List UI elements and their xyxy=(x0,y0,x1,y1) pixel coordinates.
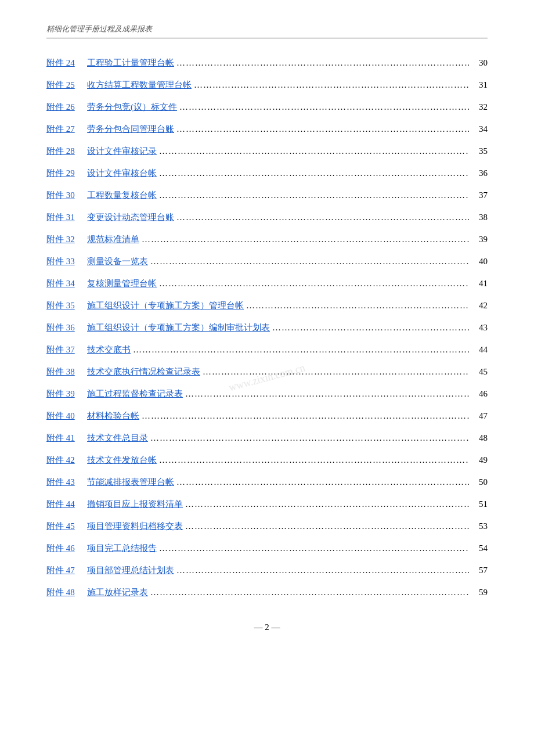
toc-label[interactable]: 附件 28 xyxy=(46,144,81,158)
toc-title[interactable]: 技术交底执行情况检查记录表 xyxy=(87,365,200,379)
page-number: — 2 — xyxy=(254,622,280,632)
toc-dots: …………………………………………………………………………………………………… xyxy=(150,585,469,599)
toc-title[interactable]: 项目部管理总结计划表 xyxy=(87,563,174,577)
toc-label[interactable]: 附件 46 xyxy=(46,541,81,555)
toc-title[interactable]: 项目完工总结报告 xyxy=(87,541,157,555)
toc-title[interactable]: 劳务分包竞(议）标文件 xyxy=(87,100,177,114)
toc-row: 附件 24工程验工计量管理台帐…………………………………………………………………… xyxy=(46,56,488,70)
toc-dots: …………………………………………………………………………………………………… xyxy=(185,387,469,401)
toc-page: 46 xyxy=(471,387,488,401)
toc-row: 附件 35施工组织设计（专项施工方案）管理台帐……………………………………………… xyxy=(46,298,488,312)
toc-label[interactable]: 附件 43 xyxy=(46,475,81,489)
toc-page: 41 xyxy=(471,276,488,290)
toc-row: 附件 40材料检验台帐……………………………………………………………………………… xyxy=(46,409,488,423)
toc-label[interactable]: 附件 25 xyxy=(46,78,81,92)
toc-row: 附件 37技术交底书………………………………………………………………………………… xyxy=(46,343,488,357)
toc-row: 附件 25收方结算工程数量管理台帐……………………………………………………………… xyxy=(46,78,488,92)
toc-title[interactable]: 技术文件总目录 xyxy=(87,431,148,445)
toc-title[interactable]: 施工组织设计（专项施工方案）管理台帐 xyxy=(87,298,244,312)
toc-dots: …………………………………………………………………………………………………… xyxy=(176,122,469,136)
toc-title[interactable]: 项目管理资料归档移交表 xyxy=(87,519,183,533)
toc-page: 40 xyxy=(471,254,488,268)
toc-row: 附件 46项目完工总结报告………………………………………………………………………… xyxy=(46,541,488,555)
toc-title[interactable]: 收方结算工程数量管理台帐 xyxy=(87,78,192,92)
toc-label[interactable]: 附件 27 xyxy=(46,122,81,136)
toc-dots: …………………………………………………………………………………………………… xyxy=(179,100,469,114)
toc-title[interactable]: 施工放样记录表 xyxy=(87,585,148,599)
toc-title[interactable]: 技术文件发放台帐 xyxy=(87,453,157,467)
toc-label[interactable]: 附件 29 xyxy=(46,166,81,180)
toc-title[interactable]: 节能减排报表管理台帐 xyxy=(87,475,174,489)
toc-page: 48 xyxy=(471,431,488,445)
toc-page: 54 xyxy=(471,541,488,555)
toc-title[interactable]: 劳务分包合同管理台账 xyxy=(87,122,174,136)
toc-page: 31 xyxy=(471,78,488,92)
toc-dots: …………………………………………………………………………………………………… xyxy=(176,210,469,224)
toc-dots: …………………………………………………………………………………………………… xyxy=(142,409,469,423)
toc-dots: …………………………………………………………………………………………………… xyxy=(159,166,469,180)
toc-title[interactable]: 撤销项目应上报资料清单 xyxy=(87,497,183,511)
toc-row: 附件 48施工放样记录表…………………………………………………………………………… xyxy=(46,585,488,599)
toc-row: 附件 31变更设计动态管理台账…………………………………………………………………… xyxy=(46,210,488,224)
toc-row: 附件 44撤销项目应上报资料清单………………………………………………………………… xyxy=(46,497,488,511)
toc-dots: …………………………………………………………………………………………………… xyxy=(176,563,469,577)
toc-title[interactable]: 设计文件审核台帐 xyxy=(87,166,157,180)
toc-label[interactable]: 附件 48 xyxy=(46,585,81,599)
toc-page: 36 xyxy=(471,166,488,180)
toc-title[interactable]: 设计文件审核记录 xyxy=(87,144,157,158)
toc-dots: …………………………………………………………………………………………………… xyxy=(142,232,469,246)
toc-page: 35 xyxy=(471,144,488,158)
toc-label[interactable]: 附件 45 xyxy=(46,519,81,533)
toc-page: 42 xyxy=(471,298,488,312)
toc-label[interactable]: 附件 42 xyxy=(46,453,81,467)
toc-dots: …………………………………………………………………………………………………… xyxy=(203,365,469,379)
toc-dots: …………………………………………………………………………………………………… xyxy=(246,298,469,312)
toc-row: 附件 41技术文件总目录…………………………………………………………………………… xyxy=(46,431,488,445)
toc-title[interactable]: 测量设备一览表 xyxy=(87,254,148,268)
toc-title[interactable]: 复核测量管理台帐 xyxy=(87,276,157,290)
toc-dots: …………………………………………………………………………………………………… xyxy=(185,519,469,533)
toc-page: 37 xyxy=(471,188,488,202)
toc-label[interactable]: 附件 33 xyxy=(46,254,81,268)
toc-row: 附件 39施工过程监督检查记录表………………………………………………………………… xyxy=(46,387,488,401)
toc-title[interactable]: 材料检验台帐 xyxy=(87,409,139,423)
toc-title[interactable]: 施工过程监督检查记录表 xyxy=(87,387,183,401)
toc-title[interactable]: 规范标准清单 xyxy=(87,232,139,246)
toc-row: 附件 29设计文件审核台帐………………………………………………………………………… xyxy=(46,166,488,180)
toc-page: 49 xyxy=(471,453,488,467)
toc-dots: …………………………………………………………………………………………………… xyxy=(185,497,469,511)
toc-label[interactable]: 附件 30 xyxy=(46,188,81,202)
toc-title[interactable]: 施工组织设计（专项施工方案）编制审批计划表 xyxy=(87,321,270,334)
toc-row: 附件 47项目部管理总结计划表…………………………………………………………………… xyxy=(46,563,488,577)
toc-label[interactable]: 附件 38 xyxy=(46,365,81,379)
toc-dots: …………………………………………………………………………………………………… xyxy=(159,453,469,467)
toc-label[interactable]: 附件 26 xyxy=(46,100,81,114)
toc-label[interactable]: 附件 24 xyxy=(46,56,81,70)
toc-page: 34 xyxy=(471,122,488,136)
toc-label[interactable]: 附件 44 xyxy=(46,497,81,511)
toc-label[interactable]: 附件 31 xyxy=(46,210,81,224)
toc-row: 附件 33测量设备一览表…………………………………………………………………………… xyxy=(46,254,488,268)
toc-label[interactable]: 附件 40 xyxy=(46,409,81,423)
toc-dots: …………………………………………………………………………………………………… xyxy=(159,188,469,202)
toc-label[interactable]: 附件 32 xyxy=(46,232,81,246)
toc-title[interactable]: 技术交底书 xyxy=(87,343,131,357)
toc-title[interactable]: 工程验工计量管理台帐 xyxy=(87,56,174,70)
toc-label[interactable]: 附件 36 xyxy=(46,321,81,334)
toc-label[interactable]: 附件 37 xyxy=(46,343,81,357)
toc-dots: …………………………………………………………………………………………………… xyxy=(150,254,469,268)
toc-row: 附件 32规范标准清单……………………………………………………………………………… xyxy=(46,232,488,246)
toc-label[interactable]: 附件 35 xyxy=(46,298,81,312)
toc-title[interactable]: 变更设计动态管理台账 xyxy=(87,210,174,224)
header-section: 精细化管理手册过程及成果报表 xyxy=(46,23,488,38)
toc-dots: …………………………………………………………………………………………………… xyxy=(159,144,469,158)
toc-page: 47 xyxy=(471,409,488,423)
toc-page: 39 xyxy=(471,232,488,246)
toc-label[interactable]: 附件 34 xyxy=(46,276,81,290)
toc-title[interactable]: 工程数量复核台帐 xyxy=(87,188,157,202)
toc-label[interactable]: 附件 47 xyxy=(46,563,81,577)
toc-label[interactable]: 附件 41 xyxy=(46,431,81,445)
toc-page: 44 xyxy=(471,343,488,357)
toc-page: 43 xyxy=(471,321,488,334)
toc-label[interactable]: 附件 39 xyxy=(46,387,81,401)
